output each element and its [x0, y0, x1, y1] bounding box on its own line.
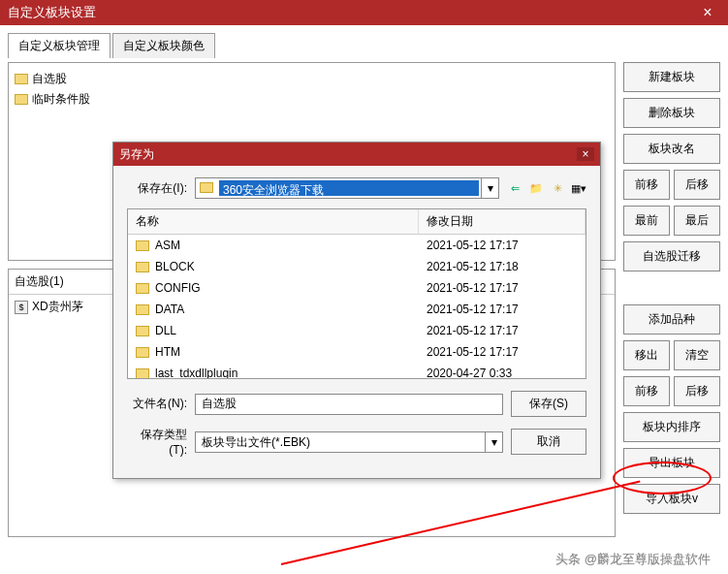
- dialog-titlebar: 另存为 ×: [113, 143, 600, 166]
- file-name: ASM: [155, 239, 180, 252]
- file-row[interactable]: CONFIG2021-05-12 17:17: [128, 277, 586, 299]
- save-button[interactable]: 保存(S): [511, 391, 586, 417]
- col-date[interactable]: 修改日期: [419, 209, 586, 234]
- location-combo[interactable]: 360安全浏览器下载 ▾: [195, 177, 499, 199]
- first-button[interactable]: 最前: [623, 206, 670, 236]
- filename-input[interactable]: [195, 394, 503, 415]
- file-date: 2021-05-12 17:17: [419, 301, 586, 318]
- tab-color[interactable]: 自定义板块颜色: [112, 33, 215, 58]
- folder-icon: [136, 304, 149, 315]
- tree-item[interactable]: 自选股: [15, 69, 609, 89]
- last-button[interactable]: 最后: [674, 206, 720, 236]
- stock-label: XD贵州茅: [32, 299, 83, 315]
- file-row[interactable]: ASM2021-05-12 17:17: [128, 235, 586, 256]
- file-row[interactable]: BLOCK2021-05-12 17:18: [128, 256, 586, 277]
- watermark: 头条 @麟龙至尊版操盘软件: [555, 551, 711, 568]
- back-arrow-icon[interactable]: ⇐: [507, 180, 522, 196]
- folder-icon: [136, 347, 149, 358]
- close-icon[interactable]: ×: [695, 4, 720, 21]
- filetype-label: 保存类型(T):: [127, 427, 187, 457]
- folder-icon: [136, 368, 149, 379]
- folder-icon: [200, 182, 213, 193]
- location-selected: 360安全浏览器下载: [219, 180, 479, 196]
- export-block-button[interactable]: 导出板块: [623, 448, 720, 478]
- save-as-dialog: 另存为 × 保存在(I): 360安全浏览器下载 ▾ ⇐ 📁 ✳ ▦▾: [112, 142, 601, 479]
- filetype-value: 板块导出文件(*.EBK): [196, 432, 485, 452]
- folder-icon: [15, 94, 28, 105]
- forward-button[interactable]: 前移: [623, 170, 670, 200]
- file-name: HTM: [155, 345, 180, 359]
- file-date: 2021-05-12 17:17: [419, 322, 586, 339]
- file-name: DLL: [155, 324, 176, 337]
- up-folder-icon[interactable]: 📁: [528, 180, 544, 196]
- tab-manage[interactable]: 自定义板块管理: [8, 33, 111, 58]
- backward2-button[interactable]: 后移: [674, 376, 720, 406]
- file-name: DATA: [155, 303, 184, 316]
- chevron-down-icon[interactable]: ▾: [481, 178, 498, 198]
- new-block-button[interactable]: 新建板块: [623, 62, 720, 92]
- window-title: 自定义板块设置: [8, 4, 96, 21]
- filename-label: 文件名(N):: [127, 396, 187, 412]
- forward2-button[interactable]: 前移: [623, 376, 670, 406]
- file-list: 名称 修改日期 ASM2021-05-12 17:17BLOCK2021-05-…: [127, 208, 586, 379]
- dialog-close-icon[interactable]: ×: [577, 147, 594, 161]
- file-date: 2021-05-12 17:17: [419, 343, 586, 361]
- main-content: 自定义板块管理 自定义板块颜色 自选股 临时条件股 自选股(1) $ XD贵州茅: [0, 25, 728, 545]
- file-row[interactable]: DATA2021-05-12 17:17: [128, 299, 586, 320]
- file-date: 2021-05-12 17:17: [419, 237, 586, 254]
- savein-label: 保存在(I):: [127, 180, 187, 197]
- tree-label: 自选股: [32, 71, 67, 87]
- file-row[interactable]: last_tdxdllplugin2020-04-27 0:33: [128, 363, 586, 378]
- filetype-combo[interactable]: 板块导出文件(*.EBK) ▾: [195, 431, 503, 453]
- add-stock-button[interactable]: 添加品种: [623, 304, 720, 335]
- rename-block-button[interactable]: 板块改名: [623, 134, 720, 164]
- sort-button[interactable]: 板块内排序: [623, 412, 720, 442]
- file-date: 2021-05-12 17:18: [419, 258, 586, 275]
- main-titlebar: 自定义板块设置 ×: [0, 0, 728, 25]
- clear-button[interactable]: 清空: [674, 340, 720, 370]
- tabs: 自定义板块管理 自定义板块颜色: [8, 33, 720, 58]
- right-buttons: 新建板块 删除板块 板块改名 前移 后移 最前 最后 自选股迁移 添加品种 移出…: [623, 62, 720, 537]
- folder-icon: [136, 326, 149, 336]
- folder-icon: [136, 240, 149, 251]
- file-date: 2021-05-12 17:17: [419, 279, 586, 297]
- backward-button[interactable]: 后移: [674, 170, 720, 200]
- import-block-button[interactable]: 导入板块v: [623, 484, 720, 514]
- chevron-down-icon[interactable]: ▾: [485, 432, 502, 452]
- delete-block-button[interactable]: 删除板块: [623, 98, 720, 128]
- file-name: CONFIG: [155, 281, 201, 295]
- folder-icon: [136, 262, 149, 272]
- dialog-title: 另存为: [119, 146, 154, 163]
- remove-button[interactable]: 移出: [623, 340, 670, 370]
- folder-icon: [15, 74, 28, 84]
- file-row[interactable]: DLL2021-05-12 17:17: [128, 320, 586, 341]
- new-folder-icon[interactable]: ✳: [550, 180, 565, 196]
- file-name: last_tdxdllplugin: [155, 367, 237, 378]
- file-name: BLOCK: [155, 260, 195, 273]
- file-row[interactable]: HTM2021-05-12 17:17: [128, 341, 586, 363]
- file-date: 2020-04-27 0:33: [419, 365, 586, 378]
- view-menu-icon[interactable]: ▦▾: [571, 180, 586, 196]
- migrate-button[interactable]: 自选股迁移: [623, 241, 720, 271]
- money-icon: $: [15, 301, 28, 314]
- col-name[interactable]: 名称: [128, 209, 419, 234]
- tree-label: 临时条件股: [32, 91, 90, 108]
- cancel-button[interactable]: 取消: [511, 429, 586, 455]
- folder-icon: [136, 283, 149, 294]
- tree-item[interactable]: 临时条件股: [15, 89, 609, 110]
